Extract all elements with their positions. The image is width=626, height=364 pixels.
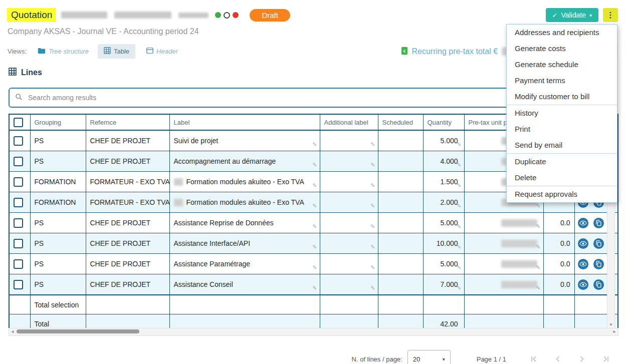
next-page-button[interactable]	[577, 354, 586, 363]
cell-amount: 0.0	[543, 254, 574, 274]
line-label-text: Assistance Interface/API	[174, 239, 251, 247]
status-dot-white	[224, 12, 230, 19]
cell-label[interactable]: Formation modules akuiteo - Exo TVA✎	[169, 192, 320, 213]
row-checkbox[interactable]	[14, 280, 23, 289]
last-page-button[interactable]	[601, 354, 610, 363]
cell-label[interactable]: Assistance Interface/API✎	[169, 233, 320, 254]
view-line-button[interactable]	[577, 258, 589, 270]
scroll-left-icon[interactable]: ◄	[9, 328, 16, 335]
edit-icon: ✎	[536, 203, 540, 209]
cell-additional-label[interactable]: ✎	[320, 233, 378, 254]
cell-scheduled	[378, 233, 423, 254]
total-selection-row: Total selection	[9, 295, 618, 314]
cell-quantity[interactable]: 5.000✎	[423, 254, 464, 274]
cell-pretax-unit-price[interactable]: ✎	[464, 254, 543, 274]
cell-reference: CHEF DE PROJET	[86, 233, 169, 254]
recurring-total-label: Recurring pre-tax total €	[411, 47, 498, 56]
validate-button[interactable]: ✓ Validate ▾	[546, 8, 599, 22]
cell-quantity[interactable]: 7.000✎	[423, 274, 464, 295]
more-actions-button[interactable]: ⋮	[603, 8, 618, 22]
horizontal-scrollbar[interactable]: ◄ ►	[9, 328, 618, 336]
duplicate-line-button[interactable]	[593, 279, 604, 290]
menu-item-delete[interactable]: Delete	[507, 170, 617, 186]
cell-additional-label[interactable]: ✎	[320, 254, 378, 274]
select-all-checkbox[interactable]	[14, 118, 23, 127]
cell-grouping: PS	[30, 254, 86, 274]
cell-label[interactable]: Assistance Reprise de Données✎	[169, 213, 320, 233]
cell-additional-label[interactable]: ✎	[320, 151, 378, 172]
previous-page-button[interactable]	[553, 354, 562, 363]
cell-additional-label[interactable]: ✎	[320, 130, 378, 151]
view-tree-structure[interactable]: Tree structure	[38, 48, 89, 56]
horizontal-scrollbar-thumb[interactable]	[17, 329, 139, 333]
line-label-text: Accompagnement au démarrage	[174, 157, 276, 165]
duplicate-line-button[interactable]	[593, 238, 604, 249]
cell-label[interactable]: Assistance Conseil✎	[169, 274, 320, 295]
table-grid-icon	[104, 47, 111, 56]
line-label-text: Assistance Paramétrage	[174, 260, 251, 268]
view-table-label: Table	[114, 48, 129, 55]
row-checkbox[interactable]	[14, 136, 23, 146]
edit-icon: ✎	[312, 182, 317, 189]
menu-item-history[interactable]: History	[507, 105, 617, 121]
row-checkbox[interactable]	[14, 157, 23, 166]
cell-quantity[interactable]: 2.000✎	[423, 192, 464, 213]
menu-item-modify-customer-to-bill[interactable]: Modify customer to bill	[507, 89, 617, 105]
first-page-button[interactable]	[529, 354, 538, 363]
edit-icon: ✎	[457, 223, 461, 230]
cell-quantity[interactable]: 5.000✎	[423, 130, 464, 151]
line-label-text: Suivi de projet	[174, 137, 219, 145]
header-bar: Quotation Draft ✓ Validate ▾ ⋮	[0, 0, 626, 22]
edit-icon: ✎	[536, 223, 540, 230]
cell-amount: 0.0	[543, 233, 574, 254]
view-header[interactable]: Header	[146, 47, 178, 56]
page-title: Quotation	[7, 8, 56, 22]
cell-label[interactable]: Formation modules akuiteo - Exo TVA✎	[169, 172, 320, 192]
scroll-down-icon[interactable]: ▼	[607, 321, 614, 328]
validate-label: Validate	[561, 11, 586, 19]
menu-item-generate-costs[interactable]: Generate costs	[507, 41, 617, 57]
duplicate-line-button[interactable]	[593, 217, 604, 229]
scroll-right-icon[interactable]: ►	[611, 328, 618, 335]
chevron-down-icon: ▾	[443, 356, 445, 362]
lines-per-page-label: N. of lines / page:	[352, 355, 402, 363]
menu-item-payment-terms[interactable]: Payment terms	[507, 73, 617, 89]
row-checkbox[interactable]	[14, 218, 23, 228]
chevron-down-icon: ▾	[589, 13, 592, 18]
cell-scheduled	[378, 151, 423, 172]
menu-item-duplicate[interactable]: Duplicate	[507, 154, 617, 170]
menu-item-request-approvals[interactable]: Request approvals	[507, 186, 617, 202]
cell-label[interactable]: Suivi de projet✎	[169, 130, 320, 151]
cell-pretax-unit-price[interactable]: ✎	[464, 213, 543, 233]
menu-item-addresses-and-recipients[interactable]: Addresses and recipients	[507, 25, 617, 41]
cell-label[interactable]: Assistance Paramétrage✎	[169, 254, 320, 274]
row-checkbox[interactable]	[14, 259, 23, 269]
menu-item-send-by-email[interactable]: Send by email	[507, 137, 617, 153]
cell-pretax-unit-price[interactable]: ✎	[464, 233, 543, 254]
menu-item-generate-schedule[interactable]: Generate schedule	[507, 57, 617, 73]
col-scheduled: Scheduled	[378, 114, 423, 130]
duplicate-line-button[interactable]	[593, 258, 604, 270]
cell-quantity[interactable]: 5.000✎	[423, 213, 464, 233]
view-table[interactable]: Table	[98, 44, 135, 59]
cell-additional-label[interactable]: ✎	[320, 213, 378, 233]
cell-pretax-unit-price[interactable]: ✎	[464, 274, 543, 295]
page-size-select[interactable]: 20 ▾	[407, 350, 451, 364]
cell-additional-label[interactable]: ✎	[320, 172, 378, 192]
menu-item-print[interactable]: Print	[507, 121, 617, 137]
view-line-button[interactable]	[577, 279, 589, 290]
edit-icon: ✎	[312, 162, 317, 168]
cell-quantity[interactable]: 4.000✎	[423, 151, 464, 172]
cell-quantity[interactable]: 1.500✎	[423, 172, 464, 192]
row-checkbox[interactable]	[14, 177, 23, 187]
row-checkbox[interactable]	[14, 239, 23, 248]
view-line-button[interactable]	[577, 238, 589, 249]
cell-additional-label[interactable]: ✎	[320, 192, 378, 213]
cell-label[interactable]: Accompagnement au démarrage✎	[169, 151, 320, 172]
cell-quantity[interactable]: 10.000✎	[423, 233, 464, 254]
cell-additional-label[interactable]: ✎	[320, 274, 378, 295]
view-line-button[interactable]	[577, 217, 589, 229]
search-icon	[15, 93, 23, 103]
edit-icon: ✎	[370, 182, 375, 189]
row-checkbox[interactable]	[14, 198, 23, 207]
